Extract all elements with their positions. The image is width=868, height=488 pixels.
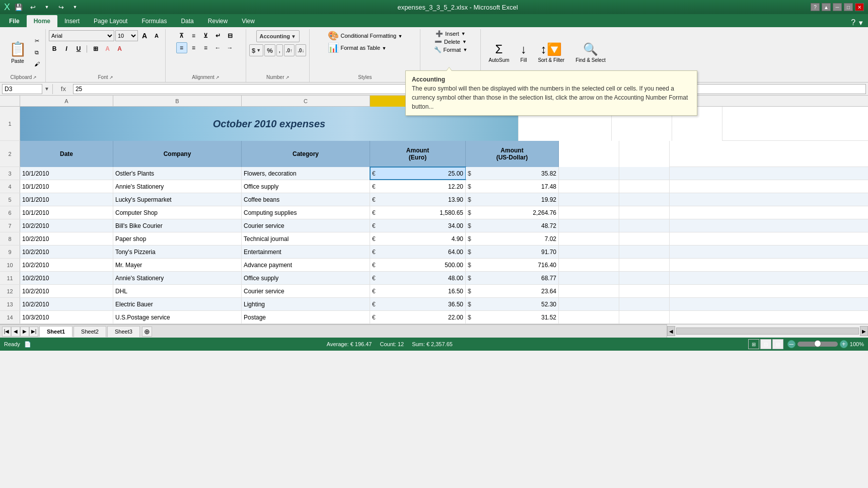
font-size-select[interactable]: 10 — [115, 30, 138, 41]
cell-date-13[interactable]: 10/2/2010 — [20, 298, 113, 310]
cut-button[interactable]: ✂ — [31, 35, 42, 46]
cell-company-11[interactable]: Annie's Stationery — [113, 272, 242, 284]
cell-f-13[interactable] — [559, 298, 619, 310]
row-num-2[interactable]: 2 — [0, 141, 20, 167]
cell-date-9[interactable]: 10/2/2010 — [20, 246, 113, 258]
add-sheet-btn[interactable]: ⊕ — [142, 327, 152, 337]
comma-btn[interactable]: , — [276, 44, 283, 56]
cell-company-5[interactable]: Lucky's Supermarket — [113, 193, 242, 206]
row-num-4[interactable]: 4 — [0, 180, 20, 193]
tab-sheet3[interactable]: Sheet3 — [107, 326, 140, 337]
cell-f-6[interactable] — [559, 206, 619, 219]
tab-data[interactable]: Data — [174, 15, 200, 27]
dec-decrease-btn[interactable]: .0↓ — [296, 44, 306, 56]
tab-review[interactable]: Review — [201, 15, 235, 27]
cell-date-5[interactable]: 10/1/2010 — [20, 193, 113, 206]
help-icon[interactable]: ? — [851, 18, 855, 27]
align-bottom-btn[interactable]: ⊻ — [200, 30, 211, 41]
cell-g-13[interactable] — [619, 298, 670, 310]
tab-insert[interactable]: Insert — [57, 15, 87, 27]
number-expand[interactable]: ↗ — [285, 75, 290, 80]
decrease-indent-btn[interactable]: ← — [212, 42, 224, 53]
cell-company-8[interactable]: Paper shop — [113, 232, 242, 245]
font-color-button[interactable]: A — [114, 43, 125, 54]
tab-home[interactable]: Home — [27, 15, 57, 27]
cell-f-9[interactable] — [559, 246, 619, 258]
cell-date-8[interactable]: 10/2/2010 — [20, 232, 113, 245]
row-num-7[interactable]: 7 — [0, 219, 20, 232]
row-num-10[interactable]: 10 — [0, 259, 20, 271]
cell-euro-14[interactable]: € 22.00 — [370, 311, 466, 323]
tab-next[interactable]: ▶ — [20, 327, 29, 337]
header-amount-euro[interactable]: Amount(Euro) — [370, 141, 466, 167]
increase-font-btn[interactable]: A — [139, 30, 150, 41]
border-button[interactable]: ⊞ — [90, 43, 101, 54]
cell-usd-4[interactable]: $ 17.48 — [466, 180, 559, 193]
insert-arrow[interactable]: ▼ — [461, 31, 466, 36]
cell-f2[interactable] — [559, 141, 619, 167]
cell-category-14[interactable]: Postage — [242, 311, 370, 323]
increase-indent-btn[interactable]: → — [225, 42, 236, 53]
cell-company-9[interactable]: Tony's Pizzeria — [113, 246, 242, 258]
fill-btn[interactable]: ↓ Fill — [516, 37, 532, 67]
cell-usd-3[interactable]: $ 35.82 — [466, 167, 559, 180]
cell-euro-8[interactable]: € 4.90 — [370, 232, 466, 245]
cell-euro-7[interactable]: € 34.00 — [370, 219, 466, 232]
cell-f-3[interactable] — [559, 167, 619, 180]
cell-company-3[interactable]: Ostler's Plants — [113, 167, 242, 180]
fill-color-button[interactable]: A — [102, 43, 113, 54]
font-expand[interactable]: ↗ — [109, 75, 113, 80]
cell-euro-9[interactable]: € 64.00 — [370, 246, 466, 258]
cell-euro-10[interactable]: € 500.00 — [370, 259, 466, 271]
cell-euro-13[interactable]: € 36.50 — [370, 298, 466, 310]
cell-f-5[interactable] — [559, 193, 619, 206]
cell-f-11[interactable] — [559, 272, 619, 284]
minimize-btn[interactable]: ─ — [833, 3, 842, 11]
cell-date-7[interactable]: 10/2/2010 — [20, 219, 113, 232]
zoom-handle[interactable] — [814, 340, 821, 347]
customize-qa[interactable]: ▼ — [69, 2, 81, 12]
page-layout-view-btn[interactable]: ⊡ — [760, 339, 771, 349]
cell-g-5[interactable] — [619, 193, 670, 206]
cell-g-7[interactable] — [619, 219, 670, 232]
tab-view[interactable]: View — [235, 15, 262, 27]
cell-g-11[interactable] — [619, 272, 670, 284]
cell-usd-13[interactable]: $ 52.30 — [466, 298, 559, 310]
align-middle-btn[interactable]: ≡ — [188, 30, 199, 41]
cell-company-7[interactable]: Bill's Bike Courier — [113, 219, 242, 232]
cell-company-12[interactable]: DHL — [113, 285, 242, 297]
align-left-btn[interactable]: ≡ — [176, 42, 187, 53]
delete-btn[interactable]: ➖ Delete ▼ — [435, 38, 467, 45]
cell-g-12[interactable] — [619, 285, 670, 297]
maximize-btn[interactable]: □ — [844, 3, 853, 11]
fat-arrow[interactable]: ▼ — [382, 46, 387, 51]
ribbon-collapse-btn[interactable]: ▲ — [822, 3, 831, 11]
accounting-dropdown-arrow[interactable]: ▼ — [291, 34, 296, 39]
cell-g-10[interactable] — [619, 259, 670, 271]
undo-dropdown[interactable]: ▼ — [41, 2, 52, 12]
cell-date-11[interactable]: 10/2/2010 — [20, 272, 113, 284]
cell-euro-6[interactable]: € 1,580.65 — [370, 206, 466, 219]
cell-g-6[interactable] — [619, 206, 670, 219]
cell-euro-3[interactable]: € 25.00 — [370, 167, 466, 180]
cell-ref-dropdown[interactable]: ▼ — [44, 86, 49, 92]
cell-category-3[interactable]: Flowers, decoration — [242, 167, 370, 180]
cell-f-12[interactable] — [559, 285, 619, 297]
scroll-track[interactable] — [676, 328, 859, 335]
cell-category-5[interactable]: Coffee beans — [242, 193, 370, 206]
header-amount-usd[interactable]: Amount(US-Dollar) — [466, 141, 559, 167]
page-break-view-btn[interactable]: ⊟ — [772, 339, 783, 349]
cell-category-11[interactable]: Office supply — [242, 272, 370, 284]
scroll-left-btn[interactable]: ◀ — [667, 326, 675, 336]
cell-reference-box[interactable] — [2, 84, 42, 94]
find-select-btn[interactable]: 🔍 Find & Select — [571, 37, 610, 67]
close-btn[interactable]: ✕ — [855, 3, 864, 11]
cell-f-8[interactable] — [559, 232, 619, 245]
cell-company-14[interactable]: U.S.Postage service — [113, 311, 242, 323]
cell-usd-11[interactable]: $ 68.77 — [466, 272, 559, 284]
row-num-5[interactable]: 5 — [0, 193, 20, 206]
bold-button[interactable]: B — [49, 43, 60, 54]
zoom-in-btn[interactable]: + — [840, 340, 848, 348]
undo-qa[interactable]: ↩ — [27, 2, 38, 12]
align-right-btn[interactable]: ≡ — [200, 42, 211, 53]
